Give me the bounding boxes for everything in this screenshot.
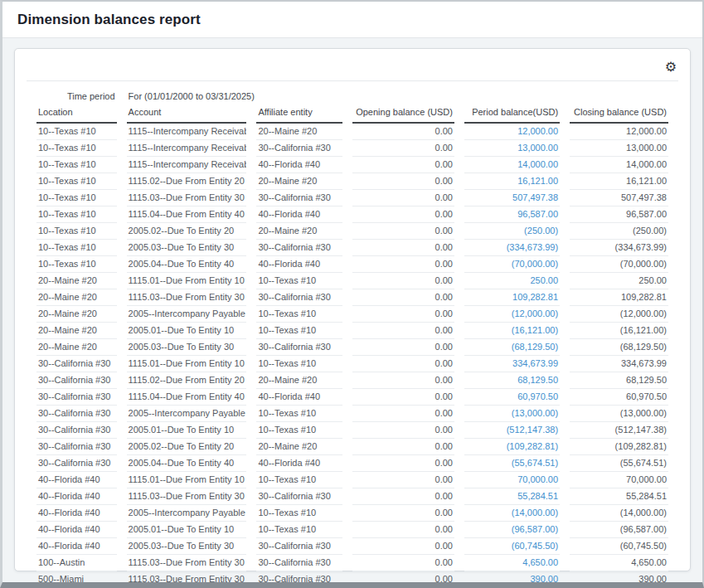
period-balance-cell: (109,282.81) [464, 439, 560, 455]
affiliate-entity-cell: 30--California #30 [256, 339, 342, 356]
closing-balance-cell: 250.00 [570, 273, 668, 289]
period-balance-link[interactable]: (334,673.99) [507, 242, 558, 252]
account-cell: 2005.02--Due To Entity 20 [127, 439, 247, 455]
period-balance-cell: (13,000.00) [464, 406, 560, 422]
report-settings-button[interactable]: ⚙ [663, 59, 678, 75]
location-cell: 30--California #30 [36, 406, 117, 422]
closing-balance-cell: (109,282.81) [570, 439, 668, 455]
closing-balance-cell: 4,650.00 [570, 555, 668, 571]
location-cell: 30--California #30 [36, 356, 117, 372]
location-cell: 30--California #30 [36, 372, 117, 389]
account-cell: 2005--Intercompany Payable [127, 406, 247, 422]
table-row: 20--Maine #202005.03--Due To Entity 3030… [36, 339, 668, 356]
closing-balance-cell: (250.00) [570, 223, 668, 240]
account-cell: 1115--Intercompany Receivable [127, 124, 247, 140]
period-balance-link[interactable]: 68,129.50 [517, 375, 558, 385]
period-balance-link[interactable]: 13,000.00 [517, 143, 558, 153]
table-row: 10--Texas #101115--Intercompany Receivab… [36, 124, 668, 140]
location-cell: 100--Austin [36, 555, 117, 571]
affiliate-entity-cell: 30--California #30 [256, 240, 342, 256]
account-cell: 2005.01--Due To Entity 10 [127, 323, 247, 339]
closing-balance-cell: 13,000.00 [570, 140, 668, 157]
period-balance-link[interactable]: 12,000.00 [517, 126, 558, 136]
account-cell: 2005.04--Due To Entity 40 [127, 256, 247, 273]
period-balance-link[interactable]: (68,129.50) [512, 342, 558, 352]
location-cell: 30--California #30 [36, 455, 117, 472]
table-row: 10--Texas #102005.02--Due To Entity 2020… [36, 223, 668, 240]
account-cell: 2005.03--Due To Entity 30 [127, 339, 247, 356]
affiliate-entity-cell: 30--California #30 [256, 190, 342, 207]
table-row: 30--California #302005--Intercompany Pay… [36, 406, 668, 422]
period-balance-cell: 4,650.00 [464, 555, 560, 571]
period-balance-link[interactable]: (13,000.00) [512, 408, 558, 418]
account-cell: 1115.01--Due From Entity 10 [127, 472, 247, 488]
period-balance-link[interactable]: 507,497.38 [512, 192, 558, 202]
period-balance-link[interactable]: 109,282.81 [512, 292, 558, 302]
affiliate-entity-cell: 10--Texas #10 [256, 422, 342, 439]
location-cell: 20--Maine #20 [36, 323, 117, 339]
period-balance-link[interactable]: (55,674.51) [512, 458, 558, 468]
location-cell: 30--California #30 [36, 422, 117, 439]
column-header-closing-balance: Closing balance (USD) [570, 105, 668, 124]
period-balance-link[interactable]: (14,000.00) [512, 508, 558, 518]
period-balance-link[interactable]: (250.00) [524, 226, 558, 236]
closing-balance-cell: (14,000.00) [570, 505, 668, 522]
closing-balance-cell: 14,000.00 [570, 157, 668, 173]
closing-balance-cell: 96,587.00 [570, 207, 668, 223]
location-cell: 40--Florida #40 [36, 488, 117, 505]
closing-balance-cell: (13,000.00) [570, 406, 668, 422]
period-balance-link[interactable]: (16,121.00) [512, 325, 558, 335]
period-balance-cell: 55,284.51 [464, 488, 560, 505]
table-row: 30--California #301115.02--Due From Enti… [36, 372, 668, 389]
opening-balance-cell: 0.00 [352, 455, 454, 472]
period-balance-cell: 60,970.50 [464, 389, 560, 406]
account-cell: 1115--Intercompany Receivable [127, 140, 247, 157]
affiliate-entity-cell: 30--California #30 [256, 555, 342, 571]
period-balance-link[interactable]: (70,000.00) [512, 259, 558, 269]
table-row: 30--California #302005.01--Due To Entity… [36, 422, 668, 439]
account-cell: 2005.03--Due To Entity 30 [127, 240, 247, 256]
period-balance-cell: 16,121.00 [464, 173, 560, 190]
period-balance-link[interactable]: 55,284.51 [517, 491, 558, 501]
toolbar-divider [27, 80, 678, 81]
period-balance-link[interactable]: (12,000.00) [512, 309, 558, 318]
period-balance-link[interactable]: 14,000.00 [517, 159, 558, 169]
table-row: 10--Texas #101115.02--Due From Entity 20… [36, 173, 668, 190]
account-cell: 1115.01--Due From Entity 10 [127, 356, 247, 372]
affiliate-entity-cell: 30--California #30 [256, 488, 342, 505]
opening-balance-cell: 0.00 [352, 439, 454, 455]
period-balance-link[interactable]: 60,970.50 [517, 391, 558, 401]
period-balance-link[interactable]: 250.00 [530, 275, 558, 285]
period-balance-link[interactable]: 70,000.00 [517, 474, 558, 484]
closing-balance-cell: (16,121.00) [570, 323, 668, 339]
period-balance-link[interactable]: 390.00 [530, 574, 558, 584]
opening-balance-cell: 0.00 [352, 190, 454, 207]
closing-balance-cell: 16,121.00 [570, 173, 668, 190]
opening-balance-cell: 0.00 [352, 256, 454, 273]
closing-balance-cell: (70,000.00) [570, 256, 668, 273]
table-row: 30--California #302005.04--Due To Entity… [36, 455, 668, 472]
closing-balance-cell: (512,147.38) [570, 422, 668, 439]
period-balance-link[interactable]: (109,282.81) [507, 441, 558, 451]
period-balance-link[interactable]: (96,587.00) [512, 524, 558, 534]
affiliate-entity-cell: 30--California #30 [256, 289, 342, 306]
period-balance-link[interactable]: 4,650.00 [522, 557, 558, 567]
period-balance-link[interactable]: (512,147.38) [507, 425, 558, 435]
table-row: 30--California #302005.02--Due To Entity… [36, 439, 668, 455]
opening-balance-cell: 0.00 [352, 323, 454, 339]
account-cell: 1115.03--Due From Entity 30 [127, 488, 247, 505]
period-balance-link[interactable]: 334,673.99 [512, 358, 558, 368]
account-cell: 2005.04--Due To Entity 40 [127, 455, 247, 472]
location-cell: 10--Texas #10 [36, 124, 117, 140]
period-balance-cell: 13,000.00 [464, 140, 560, 157]
closing-balance-cell: 60,970.50 [570, 389, 668, 406]
period-balance-link[interactable]: (60,745.50) [512, 541, 558, 551]
table-row: 30--California #301115.01--Due From Enti… [36, 356, 668, 372]
account-cell: 1115.03--Due From Entity 30 [127, 571, 247, 588]
table-row: 20--Maine #202005.01--Due To Entity 1010… [36, 323, 668, 339]
time-period-label: Time period [36, 90, 117, 105]
location-cell: 30--California #30 [36, 389, 117, 406]
period-balance-link[interactable]: 96,587.00 [517, 209, 558, 219]
period-balance-link[interactable]: 16,121.00 [517, 176, 558, 186]
location-cell: 40--Florida #40 [36, 505, 117, 522]
